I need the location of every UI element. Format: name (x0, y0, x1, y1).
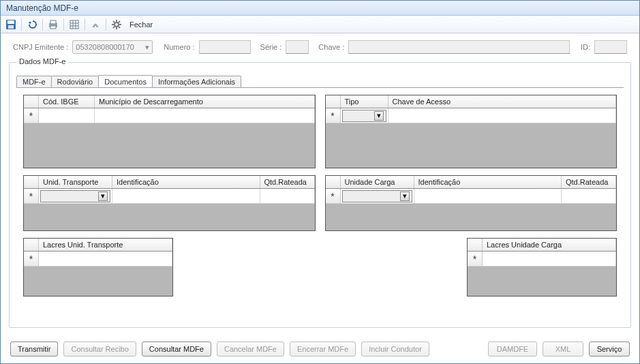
cell[interactable] (414, 189, 562, 203)
cell[interactable] (483, 252, 616, 266)
grid-lacres-unid-transporte[interactable]: Lacres Unid. Transporte * (23, 238, 173, 297)
tab-mdfe[interactable]: MDF-e (16, 76, 52, 87)
col-lacres-unid-transporte[interactable]: Lacres Unid. Transporte (39, 239, 172, 251)
new-row-marker-icon: * (326, 108, 341, 123)
cancelar-mdfe-button[interactable]: Cancelar MDFe (217, 342, 284, 357)
chave-label: Chave : (318, 43, 344, 51)
print-icon[interactable] (46, 17, 61, 32)
col-tipo[interactable]: Tipo (341, 95, 388, 108)
consultar-recibo-button[interactable]: Consultar Recibo (63, 342, 136, 357)
svg-line-19 (119, 21, 120, 22)
unid-transporte-dropdown[interactable]: ▾ (40, 190, 110, 202)
cell[interactable] (39, 252, 172, 266)
col-qtd-rateada2[interactable]: Qtd.Rateada (562, 176, 616, 188)
svg-point-11 (115, 22, 119, 27)
cell-tipo[interactable]: ▾ (341, 108, 388, 123)
xml-button[interactable]: XML (543, 342, 583, 357)
col-identificacao[interactable]: Identificação (112, 176, 260, 188)
numero-field[interactable] (199, 40, 251, 54)
row-header-spacer (24, 176, 39, 188)
row-header-spacer (468, 239, 483, 251)
col-chave-acesso[interactable]: Chave de Acesso (388, 95, 617, 108)
row-header-spacer (326, 95, 341, 108)
svg-line-16 (113, 21, 115, 22)
tabbar: MDF-e Rodoviário Documentos Informações … (16, 72, 630, 87)
encerrar-mdfe-button[interactable]: Encerrar MDFe (290, 342, 356, 357)
undo-icon[interactable] (25, 17, 40, 32)
svg-rect-2 (8, 25, 14, 29)
table-row[interactable]: * (24, 252, 172, 267)
row-header-spacer (24, 239, 39, 251)
col-cod-ibge[interactable]: Cód. IBGE (39, 95, 95, 108)
cell[interactable] (95, 108, 315, 123)
table-row[interactable]: * ▾ (326, 189, 617, 204)
col-unid-transporte[interactable]: Unid. Transporte (39, 176, 112, 188)
tab-documentos[interactable]: Documentos (98, 75, 153, 87)
cell-unid-transporte[interactable]: ▾ (39, 189, 112, 203)
toolbar-separator (106, 18, 106, 31)
chave-field[interactable] (348, 40, 570, 54)
servico-button[interactable]: Serviço (589, 342, 630, 357)
cell[interactable] (39, 108, 95, 123)
id-field[interactable] (594, 40, 627, 54)
row-header-spacer (326, 176, 341, 188)
table-row[interactable]: * ▾ (326, 108, 617, 123)
cell[interactable] (112, 189, 260, 203)
tab-rodoviario[interactable]: Rodoviário (51, 76, 100, 87)
cnpj-dropdown[interactable]: 05320808000170 ▾ (72, 40, 153, 54)
grid-descarregamento[interactable]: Cód. IBGE Município de Descarregamento * (23, 95, 316, 168)
incluir-condutor-button[interactable]: Incluir Condutor (361, 342, 429, 357)
window-title: Manutenção MDF-e (1, 1, 639, 16)
cell[interactable] (388, 108, 617, 123)
dados-mdfe-group: Dados MDF-e MDF-e Rodoviário Documentos … (9, 62, 631, 328)
tab-panel-documentos: Cód. IBGE Município de Descarregamento *… (16, 87, 624, 318)
id-label: ID: (581, 43, 590, 51)
unidade-carga-dropdown[interactable]: ▾ (342, 190, 412, 202)
new-row-marker-icon: * (24, 252, 39, 266)
filter-row: CNPJ Emitente : 05320808000170 ▾ Numero … (1, 33, 639, 58)
tipo-dropdown[interactable]: ▾ (342, 110, 386, 122)
table-row[interactable]: * ▾ (24, 189, 315, 204)
serie-field[interactable] (286, 40, 309, 54)
chevron-down-icon: ▾ (101, 192, 105, 200)
grid-acesso[interactable]: Tipo Chave de Acesso * ▾ (325, 95, 618, 168)
grid-lacres-unidade-carga[interactable]: Lacres Unidade Carga * (467, 238, 617, 297)
toolbar-separator (42, 18, 43, 31)
col-unidade-carga[interactable]: Unidade Carga (341, 176, 414, 188)
cell[interactable] (562, 189, 616, 203)
cell[interactable] (260, 189, 315, 203)
row-header-spacer (24, 95, 39, 108)
grid-unid-transporte[interactable]: Unid. Transporte Identificação Qtd.Ratea… (23, 175, 316, 231)
table-row[interactable]: * (468, 252, 616, 267)
svg-rect-1 (7, 20, 14, 24)
spacer (183, 238, 457, 297)
new-row-marker-icon: * (468, 252, 483, 266)
cell-unidade-carga[interactable]: ▾ (341, 189, 414, 203)
grid-icon[interactable] (67, 17, 82, 32)
svg-line-17 (119, 27, 120, 28)
grid-unidade-carga[interactable]: Unidade Carga Identificação Qtd.Rateada … (325, 175, 618, 231)
table-row[interactable]: * (24, 108, 315, 123)
close-button[interactable]: Fechar (125, 20, 157, 29)
fingerprint-icon[interactable] (88, 17, 103, 32)
col-identificacao2[interactable]: Identificação (414, 176, 562, 188)
svg-rect-5 (50, 26, 56, 29)
toolbar-separator (85, 18, 85, 31)
footer-buttons: Transmitir Consultar Recibo Consultar MD… (1, 337, 639, 361)
col-qtd-rateada[interactable]: Qtd.Rateada (260, 176, 315, 188)
tab-informacoes-adicionais[interactable]: Informações Adicionais (152, 76, 241, 87)
gear-icon[interactable] (109, 17, 124, 32)
transmitir-button[interactable]: Transmitir (10, 342, 58, 357)
consultar-mdfe-button[interactable]: Consultar MDFe (142, 342, 211, 357)
new-row-marker-icon: * (24, 189, 39, 203)
damdfe-button[interactable]: DAMDFE (488, 342, 537, 357)
col-municipio[interactable]: Município de Descarregamento (95, 95, 315, 108)
svg-rect-6 (70, 20, 78, 29)
chevron-down-icon: ▾ (145, 43, 149, 52)
svg-rect-4 (50, 20, 56, 24)
save-icon[interactable] (3, 17, 18, 32)
svg-line-18 (113, 27, 115, 28)
col-lacres-unidade-carga[interactable]: Lacres Unidade Carga (483, 239, 616, 251)
cnpj-label: CNPJ Emitente : (13, 43, 68, 51)
group-legend: Dados MDF-e (16, 57, 68, 65)
